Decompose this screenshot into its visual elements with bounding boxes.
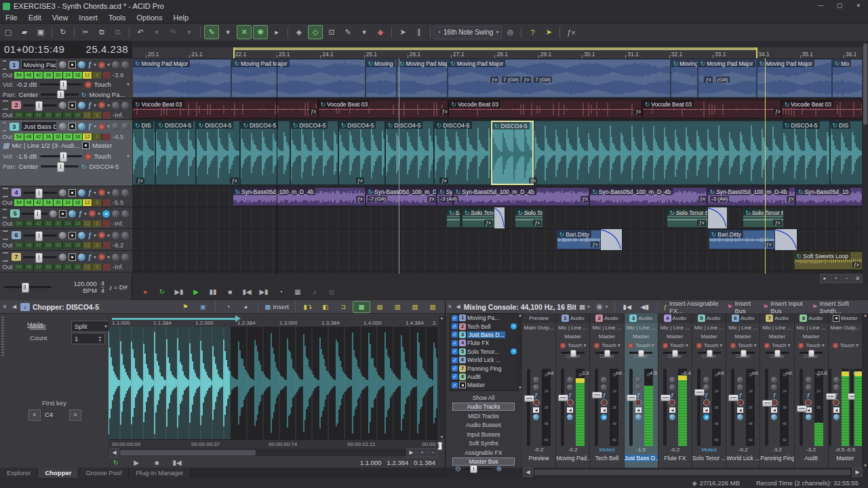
visibility-checkbox[interactable]: ✓ [452,331,458,338]
clip-fx-badge[interactable]: ƒx [490,77,498,83]
mixer-strip-preview[interactable]: PreviewMain Outp...ƒ◀1224364860-Inf.-0.2… [522,313,556,468]
clip-fx-badge[interactable]: ƒx [704,77,712,83]
channel-fx-icon[interactable]: ƒ [637,392,639,398]
chevron-down-icon[interactable]: ▾ [107,62,110,68]
new-file-button[interactable]: ▢ [1,25,16,39]
audio-clip[interactable]: ↻DISCO4-5 [196,121,241,185]
eraser-tool-button[interactable]: ◆ [373,25,388,39]
phase-button[interactable] [112,61,119,68]
grid-2-icon[interactable]: ▥ [389,302,406,312]
arm-record-button[interactable] [703,399,710,406]
strip-automation-mode[interactable]: Touch▾ [692,341,726,350]
solo-button[interactable] [567,414,573,420]
scroll-up-icon[interactable]: ▲ [439,316,445,320]
audio-clip[interactable]: ↻Moving Pad Major [448,59,670,98]
loop-marker[interactable] [756,47,757,58]
maximize-button[interactable]: ▢ [830,1,849,12]
mixer-horizontal-scrollbar[interactable]: ◀▶ [522,468,863,476]
mixer-list-item[interactable]: ✓6World Lick ... [450,356,518,364]
clip-fx-badge[interactable]: ƒx [484,220,492,226]
track-volume-slider[interactable] [23,104,57,106]
chevron-down-icon[interactable]: ▾ [94,62,96,68]
automation-settings-icon[interactable] [730,343,736,348]
channel-fader[interactable] [629,369,633,446]
track-header-7[interactable]: 7ƒ▾▾Out54484236302418126-Inf. [0,251,132,272]
track-fx-icon[interactable]: ƒ [87,253,92,261]
automation-settings-icon[interactable] [764,343,770,348]
play-from-start-button[interactable]: ▶▮ [172,286,186,298]
phase-button[interactable] [112,123,119,130]
mute-button[interactable]: ◀ [737,407,743,413]
fader-thumb[interactable] [524,395,534,402]
audio-clip[interactable]: ↻DISCO4-5 [491,121,534,185]
solo-button[interactable] [78,123,85,130]
record-button[interactable]: ● [138,286,153,298]
timeline-track-row[interactable]: ↻Soft Sweets Loopƒx [132,251,863,271]
timeline-track-row[interactable]: ↻Bari.Dittyƒx↻Bari.Dittyƒx [132,229,863,251]
phase-button[interactable] [112,253,119,261]
chevron-down-icon[interactable]: ▾ [127,81,130,87]
tempo-slider[interactable] [4,286,52,288]
chevron-down-icon[interactable]: ▾ [822,342,825,348]
publish-button[interactable]: ↻ [56,25,71,39]
pitch-shift-badge[interactable]: -7 (G#) [368,196,387,202]
track-name-input[interactable]: Moving Pad ... [21,60,58,70]
solo-button[interactable] [737,414,743,420]
audio-clip[interactable]: ↻DISCO4-5 [534,121,829,185]
track-volume-slider[interactable] [23,235,57,237]
gain-button[interactable] [833,384,840,390]
mixer-list-item[interactable]: ✓3Just Bass D... [450,331,518,339]
audio-clip[interactable]: ↻Solo Tenor Swiƒx [667,208,707,228]
channel-fx-icon[interactable]: ƒ [738,392,741,398]
strip-pan-control[interactable]: Center [556,352,589,368]
chopper-vertical-scrollbar[interactable]: ▲ ▼ [439,316,445,439]
clip-fx-badge[interactable]: ƒx [787,196,795,202]
link-arrow-icon[interactable]: ▦ [353,301,370,313]
channel-fader[interactable] [697,369,701,446]
fader-thumb[interactable] [627,394,637,401]
automation-settings-icon[interactable] [98,253,105,260]
audio-clip[interactable]: ↻Vocode Beat 03 [448,100,642,119]
mixer-list-item[interactable]: ✓8Aud8 [450,373,518,381]
audio-clip[interactable]: ↻DISCO4-5 [290,121,338,185]
gain-button[interactable] [121,232,129,239]
strip-automation-mode[interactable]: Touch▾ [760,341,793,350]
slider-thumb[interactable] [707,350,713,357]
phase-invert-button[interactable] [635,377,642,383]
audio-clip[interactable]: ↻Moving [671,59,698,98]
pause-button[interactable]: ▮▮ [205,286,220,298]
track-pan-slider[interactable] [41,94,79,96]
automation-mode[interactable]: Touch [94,152,111,160]
track-output-meter[interactable]: 54484236302418126 [14,241,111,249]
slider-thumb[interactable] [60,80,67,90]
solo-button[interactable] [635,414,642,420]
menu-item-tools[interactable]: Tools [103,14,132,22]
views-icon[interactable]: ▦▾ [576,302,593,312]
mute-button[interactable]: ◀ [833,407,840,413]
automation-settings-icon[interactable] [696,343,702,348]
strip-output-select[interactable]: Master [590,332,623,341]
strip-input-select[interactable]: Mic | Line ... [760,323,793,332]
mixer-strip-master[interactable]: MasterMain Outp...Touch▾ƒ◀1224364860▪-0.… [829,313,863,468]
gain-button[interactable] [121,253,129,261]
help-pointer-button[interactable]: ➤ [541,25,556,39]
strip-pan-control[interactable]: Center [658,352,692,368]
track-drag-handle[interactable] [3,100,8,110]
marker-bar[interactable] [132,41,863,47]
scroll-right-icon[interactable]: ▶ [406,448,416,458]
slider-thumb[interactable] [35,101,43,111]
phase-button[interactable] [112,210,119,218]
insert-button-2[interactable]: ⚑Insert Input Bus [761,302,808,312]
channel-fader[interactable] [765,369,768,446]
audio-clip[interactable]: ↻DISCO4-5 [240,121,290,185]
metronome-button[interactable]: ◔ [273,286,288,298]
phase-button[interactable] [112,102,119,109]
strip-pan-control[interactable]: Center [692,352,726,368]
visibility-checkbox[interactable]: ✓ [452,348,458,354]
key-next-button[interactable]: > [69,409,81,421]
chevron-down-icon[interactable]: ▾ [618,342,620,348]
view-button-midi-tracks[interactable]: MIDI Tracks [452,412,515,420]
erase-tool-button[interactable]: ▸ [269,25,284,39]
zoom-out-icon[interactable]: ⊖ [455,465,460,472]
channel-fader[interactable] [527,369,530,446]
